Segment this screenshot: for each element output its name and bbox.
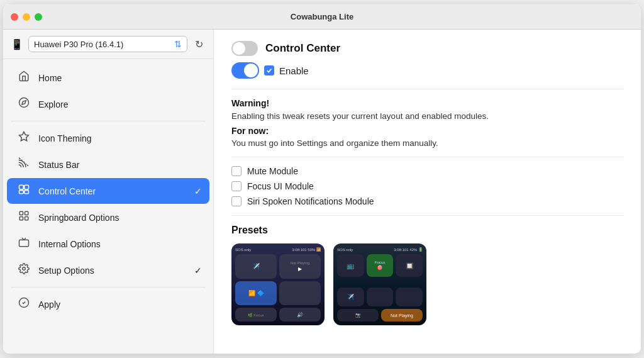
sidebar-item-status-bar-label: Status Bar xyxy=(38,160,79,170)
presets-row: SOS only 3:08:101 50% 📶 ✈️ Not Playing xyxy=(231,243,623,325)
preset-2-time: 3:08:101 42% 🔋 xyxy=(394,247,423,252)
toggle-knob xyxy=(233,42,245,55)
preset-card-2[interactable]: SOS only 3:08:101 42% 🔋 📺 Focus xyxy=(333,243,426,325)
maximize-button[interactable] xyxy=(35,13,42,21)
svg-point-0 xyxy=(19,98,29,108)
svg-rect-7 xyxy=(25,211,28,215)
svg-rect-6 xyxy=(19,211,23,215)
status-bar-icon xyxy=(17,157,31,172)
traffic-lights xyxy=(11,13,42,21)
module-item-mute[interactable]: Mute Module xyxy=(231,166,623,176)
sidebar-item-internal-options-label: Internal Options xyxy=(38,239,101,249)
icon-theming-icon xyxy=(17,131,31,145)
nav-list: Home Explore Icon Theming xyxy=(3,59,213,354)
preset-2-top-row: 📺 Focus 🎯 🔲 xyxy=(337,254,423,285)
nav-divider-2 xyxy=(11,287,206,288)
chevron-updown-icon: ⇅ xyxy=(174,39,182,49)
enable-checkbox[interactable] xyxy=(264,65,274,76)
sidebar-item-springboard-options[interactable]: Springboard Options xyxy=(7,204,209,230)
window-title: Cowabunga Lite xyxy=(291,12,353,21)
module-item-focus[interactable]: Focus UI Module xyxy=(231,181,623,191)
for-now-text: You must go into Settings and organize t… xyxy=(231,138,623,148)
sidebar-item-setup-options-label: Setup Options xyxy=(38,266,94,276)
sidebar-item-home-label: Home xyxy=(38,73,62,83)
preset-card-1[interactable]: SOS only 3:08:101 50% 📶 ✈️ Not Playing xyxy=(231,243,325,325)
minimize-button[interactable] xyxy=(23,13,30,21)
warning-block: Warning! Enabling this tweak resets your… xyxy=(231,98,623,148)
svg-point-11 xyxy=(23,267,26,271)
sidebar-item-apply-label: Apply xyxy=(38,299,60,310)
sidebar-item-control-center-label: Control Center xyxy=(38,186,96,196)
sidebar: 📱 Huawei P30 Pro (16.4.1) ⇅ ↻ Home xyxy=(3,30,214,354)
presets-section: Presets SOS only 3:08:101 50% 📶 xyxy=(231,225,623,325)
svg-rect-4 xyxy=(19,191,24,194)
preset-1-bottom: 🌿 Focus 🔊 xyxy=(235,308,321,322)
focus-module-label: Focus UI Module xyxy=(247,181,314,191)
preset-1-time: 3:08:101 50% 📶 xyxy=(292,247,321,252)
sidebar-item-apply[interactable]: Apply xyxy=(7,291,209,317)
warning-title: Warning! xyxy=(231,98,623,108)
device-phone-icon: 📱 xyxy=(11,38,23,50)
svg-rect-9 xyxy=(25,217,28,220)
module-list: Mute Module Focus UI Module Siri Spoken … xyxy=(231,166,623,206)
presets-title: Presets xyxy=(231,225,623,236)
control-center-checkmark: ✓ xyxy=(194,186,202,196)
sidebar-item-explore-label: Explore xyxy=(38,99,68,109)
sidebar-item-setup-options[interactable]: Setup Options ✓ xyxy=(7,257,209,283)
divider-1 xyxy=(231,89,623,89)
preset-card-2-content: SOS only 3:08:101 42% 🔋 📺 Focus xyxy=(333,243,426,325)
content-area: 📱 Huawei P30 Pro (16.4.1) ⇅ ↻ Home xyxy=(3,30,641,354)
enable-toggle-knob xyxy=(244,64,258,77)
sidebar-item-status-bar[interactable]: Status Bar xyxy=(7,152,209,177)
preset-1-carrier: SOS only xyxy=(235,248,251,252)
close-button[interactable] xyxy=(11,13,18,21)
preset-2-carrier: SOS only xyxy=(337,248,353,252)
device-dropdown[interactable]: Huawei P30 Pro (16.4.1) ⇅ xyxy=(28,36,187,52)
enable-toggle[interactable] xyxy=(231,62,259,79)
springboard-icon xyxy=(17,210,31,225)
control-center-toggle-header[interactable] xyxy=(231,41,258,56)
preset-card-1-content: SOS only 3:08:101 50% 📶 ✈️ Not Playing xyxy=(231,243,325,325)
apply-icon xyxy=(17,297,31,311)
svg-marker-1 xyxy=(22,101,26,104)
explore-icon xyxy=(17,97,31,111)
sidebar-item-springboard-options-label: Springboard Options xyxy=(38,213,119,223)
sidebar-item-control-center[interactable]: Control Center ✓ xyxy=(7,178,209,204)
refresh-button[interactable]: ↻ xyxy=(192,37,206,52)
mute-checkbox[interactable] xyxy=(231,166,242,176)
sidebar-item-internal-options[interactable]: Internal Options xyxy=(7,231,209,257)
setup-options-checkmark: ✓ xyxy=(194,266,202,276)
setup-options-icon xyxy=(17,263,31,277)
svg-rect-8 xyxy=(19,217,23,220)
svg-rect-10 xyxy=(19,240,29,247)
sidebar-item-explore[interactable]: Explore xyxy=(7,91,209,117)
divider-3 xyxy=(231,215,623,216)
device-selector: 📱 Huawei P30 Pro (16.4.1) ⇅ ↻ xyxy=(3,30,213,59)
module-item-siri[interactable]: Siri Spoken Notifications Module xyxy=(231,196,623,206)
enable-label: Enable xyxy=(279,65,309,76)
sidebar-item-icon-theming-label: Icon Theming xyxy=(38,133,92,143)
preset-2-mid-row: ✈️ xyxy=(337,288,423,306)
main-window: Cowabunga Lite 📱 Huawei P30 Pro (16.4.1)… xyxy=(3,4,641,354)
section-header: Control Center xyxy=(231,41,623,56)
sidebar-item-icon-theming[interactable]: Icon Theming xyxy=(7,125,209,151)
warning-text: Enabling this tweak resets your current … xyxy=(231,111,623,121)
device-name: Huawei P30 Pro (16.4.1) xyxy=(34,40,123,49)
siri-checkbox[interactable] xyxy=(231,196,242,206)
internal-options-icon xyxy=(17,237,31,251)
section-title: Control Center xyxy=(265,42,340,55)
preset-1-status-bar: SOS only 3:08:101 50% 📶 xyxy=(235,247,321,252)
home-icon xyxy=(17,70,31,85)
svg-rect-3 xyxy=(25,185,29,189)
nav-divider-1 xyxy=(11,121,206,121)
mute-module-label: Mute Module xyxy=(247,166,298,176)
enable-row: Enable xyxy=(231,62,623,79)
control-center-icon xyxy=(17,184,31,198)
siri-module-label: Siri Spoken Notifications Module xyxy=(247,196,374,206)
for-now-label: For now: xyxy=(231,126,623,136)
sidebar-item-home[interactable]: Home xyxy=(7,65,209,91)
focus-checkbox[interactable] xyxy=(231,181,242,191)
divider-2 xyxy=(231,157,623,157)
preset-2-status-bar: SOS only 3:08:101 42% 🔋 xyxy=(337,247,423,252)
preset-1-grid: ✈️ Not Playing ▶ 📶 🔷 xyxy=(235,254,321,305)
